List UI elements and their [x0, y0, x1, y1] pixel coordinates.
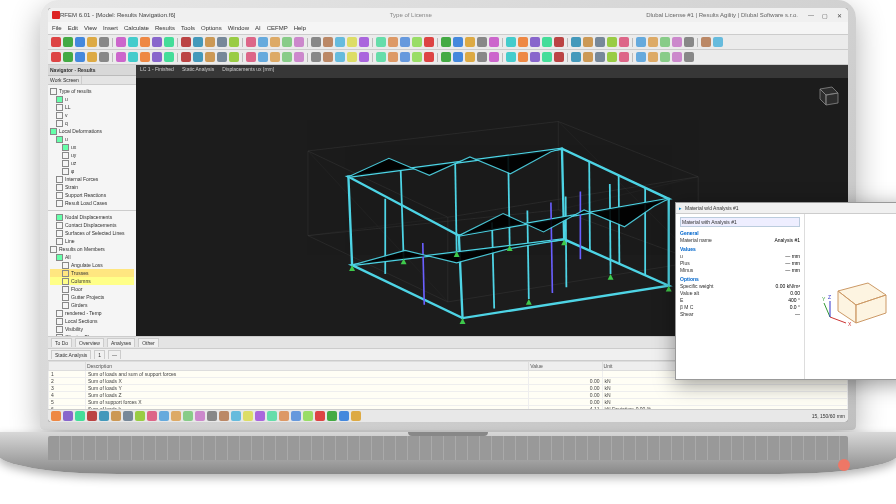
toolbar-button-27[interactable] [400, 37, 410, 47]
toolbar-button-33[interactable] [477, 52, 487, 62]
toolbar-button-23[interactable] [347, 37, 357, 47]
status-tool-22[interactable] [315, 411, 325, 421]
menu-cefmp[interactable]: CEFMP [267, 25, 288, 31]
toolbar-button-48[interactable] [672, 52, 682, 62]
toolbar-button-13[interactable] [217, 52, 227, 62]
toolbar-button-3[interactable] [87, 52, 97, 62]
toolbar-button-12[interactable] [205, 52, 215, 62]
status-tool-13[interactable] [207, 411, 217, 421]
toolbar-button-47[interactable] [660, 52, 670, 62]
tree-item[interactable]: Local Sections [50, 317, 134, 325]
toolbar-button-1[interactable] [63, 37, 73, 47]
tree-item[interactable]: Result Load Cases [50, 199, 134, 207]
toolbar-button-35[interactable] [506, 37, 516, 47]
table-row[interactable]: 3Sum of loads Y0.00kN [49, 385, 848, 392]
status-tool-10[interactable] [171, 411, 181, 421]
toolbar-button-11[interactable] [193, 37, 203, 47]
status-tool-7[interactable] [135, 411, 145, 421]
menu-tools[interactable]: Tools [181, 25, 195, 31]
toolbar-button-43[interactable] [607, 37, 617, 47]
toolbar-button-38[interactable] [542, 37, 552, 47]
toolbar-button-14[interactable] [229, 37, 239, 47]
table-row[interactable]: 5Sum of support forces X0.00kN [49, 399, 848, 406]
view-cube[interactable] [812, 81, 840, 109]
tree-item[interactable]: Trusses [50, 269, 134, 277]
toolbar-button-25[interactable] [376, 37, 386, 47]
toolbar-button-3[interactable] [87, 37, 97, 47]
status-tool-16[interactable] [243, 411, 253, 421]
toolbar-button-8[interactable] [152, 37, 162, 47]
toolbar-button-26[interactable] [388, 37, 398, 47]
dialog-field[interactable]: E400 ° [680, 297, 800, 303]
status-tool-14[interactable] [219, 411, 229, 421]
toolbar-button-39[interactable] [554, 37, 564, 47]
toolbar-button-50[interactable] [701, 37, 711, 47]
menu-ai[interactable]: AI [255, 25, 261, 31]
tree-item[interactable]: Strain [50, 183, 134, 191]
dialog-field[interactable]: Value alt0.00 [680, 290, 800, 296]
toolbar-button-25[interactable] [376, 52, 386, 62]
toolbar-button-30[interactable] [441, 52, 451, 62]
tree-item[interactable]: Results on Members [50, 245, 134, 253]
tree-item[interactable]: v [50, 111, 134, 119]
results-tab[interactable]: Analyses [107, 338, 135, 347]
tree-item[interactable]: Local Deformations [50, 127, 134, 135]
tree-item[interactable]: Type of results [50, 87, 134, 95]
toolbar-button-40[interactable] [571, 52, 581, 62]
status-tool-3[interactable] [87, 411, 97, 421]
toolbar-button-49[interactable] [684, 37, 694, 47]
dialog-field[interactable]: Minus— mm [680, 267, 800, 273]
tree-item[interactable]: Contact Displacements [50, 221, 134, 229]
menu-options[interactable]: Options [201, 25, 222, 31]
toolbar-button-4[interactable] [99, 52, 109, 62]
status-tool-9[interactable] [159, 411, 169, 421]
toolbar-button-1[interactable] [63, 52, 73, 62]
tree-item[interactable]: q [50, 119, 134, 127]
tree-item[interactable]: uy [50, 151, 134, 159]
status-tool-15[interactable] [231, 411, 241, 421]
menu-insert[interactable]: Insert [103, 25, 118, 31]
dialog-field[interactable]: β M C 0.0 ° [680, 304, 800, 310]
close-button[interactable]: ✕ [834, 12, 844, 19]
toolbar-button-46[interactable] [648, 52, 658, 62]
toolbar-button-27[interactable] [400, 52, 410, 62]
status-tool-20[interactable] [291, 411, 301, 421]
results-subtab[interactable]: Static Analysis [51, 350, 91, 359]
toolbar-button-42[interactable] [595, 52, 605, 62]
status-tool-25[interactable] [351, 411, 361, 421]
toolbar-button-9[interactable] [164, 52, 174, 62]
tree-item[interactable]: Girders [50, 301, 134, 309]
toolbar-button-36[interactable] [518, 37, 528, 47]
menu-file[interactable]: File [52, 25, 62, 31]
toolbar-button-48[interactable] [672, 37, 682, 47]
toolbar-button-26[interactable] [388, 52, 398, 62]
results-tab[interactable]: Other [138, 338, 159, 347]
dialog-field[interactable]: u— mm [680, 253, 800, 259]
toolbar-button-17[interactable] [270, 37, 280, 47]
toolbar-button-40[interactable] [571, 37, 581, 47]
menu-results[interactable]: Results [155, 25, 175, 31]
minimize-button[interactable]: — [806, 12, 816, 19]
toolbar-button-7[interactable] [140, 37, 150, 47]
toolbar-button-21[interactable] [323, 52, 333, 62]
toolbar-button-10[interactable] [181, 52, 191, 62]
tree-item[interactable]: rendered - Temp [50, 309, 134, 317]
toolbar-button-12[interactable] [205, 37, 215, 47]
toolbar-button-6[interactable] [128, 52, 138, 62]
status-tool-8[interactable] [147, 411, 157, 421]
menu-view[interactable]: View [84, 25, 97, 31]
toolbar-button-8[interactable] [152, 52, 162, 62]
menu-calculate[interactable]: Calculate [124, 25, 149, 31]
status-tool-17[interactable] [255, 411, 265, 421]
toolbar-button-10[interactable] [181, 37, 191, 47]
maximize-button[interactable]: ▢ [820, 12, 830, 19]
dialog-tab[interactable]: Material with Analysis #1 [682, 219, 737, 225]
toolbar-button-36[interactable] [518, 52, 528, 62]
toolbar-button-38[interactable] [542, 52, 552, 62]
toolbar-button-15[interactable] [246, 52, 256, 62]
toolbar-button-39[interactable] [554, 52, 564, 62]
toolbar-button-16[interactable] [258, 37, 268, 47]
toolbar-button-23[interactable] [347, 52, 357, 62]
tree-item[interactable]: Support Reactions [50, 191, 134, 199]
tree-item[interactable]: uz [50, 159, 134, 167]
